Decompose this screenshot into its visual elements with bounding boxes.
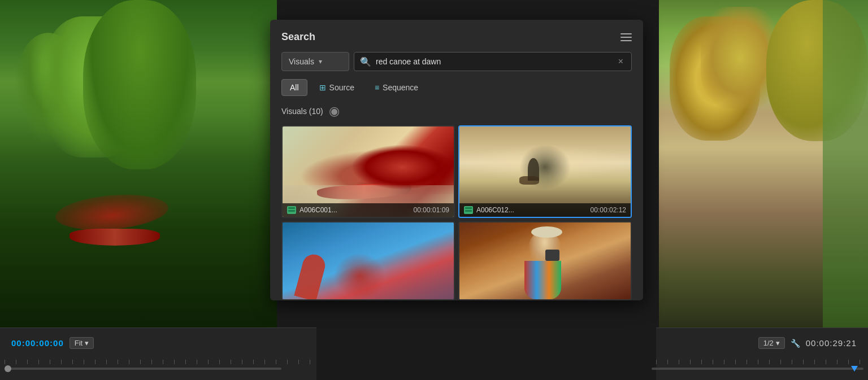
thumbnail-duration-0: 00:00:01:09 — [414, 206, 449, 214]
thumbnail-name-1: A006C012... — [476, 206, 587, 214]
tab-all[interactable]: All — [281, 79, 307, 96]
results-section: Visuals (10) ◉ A006C001... 00:00:01:09 — [281, 104, 632, 300]
quality-label: 1/2 — [763, 339, 774, 347]
search-input-wrapper: 🔍 × — [354, 52, 632, 71]
search-input[interactable] — [376, 53, 611, 71]
scrubber-track-right[interactable] — [652, 368, 863, 370]
thumbnail-duration-1: 00:00:02:12 — [591, 206, 626, 214]
thumbnail-item-0[interactable]: A006C001... 00:00:01:09 — [281, 125, 455, 218]
scrubber-thumb-right[interactable] — [851, 366, 858, 372]
results-count: Visuals (10) — [281, 107, 323, 116]
visuals-chevron-icon: ▾ — [319, 58, 322, 65]
tab-sequence[interactable]: ≡ Sequence — [366, 79, 427, 96]
thumbnail-item-1[interactable]: A006C012... 00:00:02:12 — [458, 125, 632, 218]
hamburger-line-1 — [620, 33, 632, 34]
thumbnail-footer-1: A006C012... 00:00:02:12 — [459, 203, 631, 217]
filmstrip-icon-1 — [464, 206, 473, 214]
fit-label: Fit — [75, 339, 83, 347]
visibility-toggle-icon[interactable]: ◉ — [329, 104, 340, 119]
timecode-area-right: 1/2 ▾ 🔧 00:00:29:21 — [758, 337, 857, 349]
search-panel: Search Visuals ▾ 🔍 × All ⊞ Source ≡ Sequ… — [270, 20, 643, 300]
bottom-bar-left: 00:00:00:00 Fit ▾ — [0, 327, 316, 380]
fit-dropdown[interactable]: Fit ▾ — [70, 337, 94, 349]
hamburger-menu-icon[interactable] — [620, 33, 632, 41]
scrubber-right[interactable] — [652, 363, 863, 374]
panel-header: Search — [281, 31, 632, 43]
quality-dropdown[interactable]: 1/2 ▾ — [758, 337, 785, 349]
visuals-dropdown[interactable]: Visuals ▾ — [281, 52, 349, 71]
tab-source[interactable]: ⊞ Source — [311, 79, 363, 96]
thumbnail-item-3[interactable] — [458, 221, 632, 300]
background-left — [0, 0, 277, 327]
fit-chevron: ▾ — [85, 339, 89, 347]
tab-source-label: Source — [329, 83, 354, 92]
visuals-label: Visuals — [289, 57, 314, 66]
timecode-area-left: 00:00:00:00 Fit ▾ — [11, 337, 94, 349]
scrubber-left[interactable] — [5, 363, 281, 374]
panel-title: Search — [281, 31, 315, 43]
filmstrip-icon-0 — [287, 206, 296, 214]
thumbnails-grid: A006C001... 00:00:01:09 A006C012.. — [281, 125, 632, 300]
thumbnail-image-2 — [283, 222, 454, 300]
thumbnail-image-3 — [459, 222, 631, 300]
scrubber-track-left[interactable] — [5, 368, 281, 370]
thumbnail-item-2[interactable] — [281, 221, 455, 300]
tab-all-label: All — [290, 83, 299, 92]
thumbnail-footer-0: A006C001... 00:00:01:09 — [283, 203, 454, 217]
search-row: Visuals ▾ 🔍 × — [281, 52, 632, 71]
source-icon: ⊞ — [319, 83, 326, 92]
filter-tabs: All ⊞ Source ≡ Sequence — [281, 79, 632, 96]
timecode-right: 00:00:29:21 — [806, 338, 857, 348]
quality-chevron: ▾ — [776, 339, 780, 347]
scrubber-thumb-left[interactable] — [5, 365, 11, 372]
timecode-left: 00:00:00:00 — [11, 338, 64, 348]
results-header: Visuals (10) ◉ — [281, 104, 632, 119]
hamburger-line-2 — [620, 37, 632, 38]
background-right — [659, 0, 868, 327]
wrench-icon[interactable]: 🔧 — [791, 339, 800, 348]
bottom-bar-right: 1/2 ▾ 🔧 00:00:29:21 — [656, 327, 868, 380]
thumbnail-name-0: A006C001... — [300, 206, 410, 214]
tab-sequence-label: Sequence — [383, 83, 418, 92]
hamburger-line-3 — [620, 40, 632, 41]
sequence-icon: ≡ — [375, 83, 379, 92]
clear-search-button[interactable]: × — [616, 56, 626, 67]
search-icon: 🔍 — [360, 56, 371, 67]
